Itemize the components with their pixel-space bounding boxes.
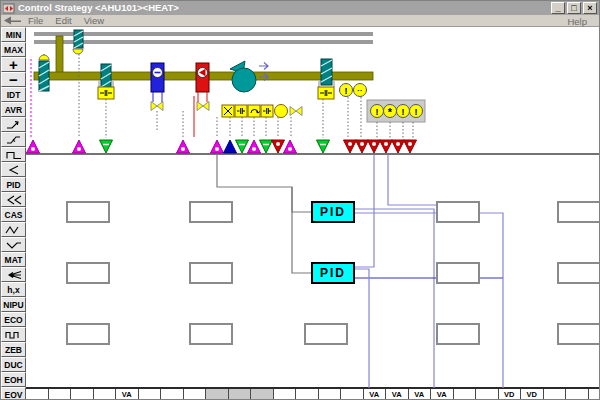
control-strategy-window: Control Strategy <AHU101><HEAT> _ □ × Fi…: [0, 0, 600, 400]
toolbar-button-zoom-out[interactable]: −: [1, 72, 26, 87]
io-cell[interactable]: [476, 389, 499, 400]
menu-file[interactable]: File: [28, 15, 43, 26]
io-cell[interactable]: [296, 389, 319, 400]
io-cell[interactable]: [566, 389, 589, 400]
ramp-icon: [5, 119, 23, 131]
toolbar-button-eoh[interactable]: EOH: [1, 372, 26, 387]
sawtooth-icon: [5, 239, 23, 251]
io-cell[interactable]: [341, 389, 364, 400]
toolbar-button-min[interactable]: MIN: [1, 27, 26, 42]
app-icon: [3, 3, 15, 14]
io-cell[interactable]: [94, 389, 117, 400]
step-icon: [5, 149, 23, 161]
toolbar-button-compare[interactable]: [1, 162, 26, 177]
hysteresis-icon: [5, 134, 23, 146]
double-chevron-left-icon: [5, 194, 23, 206]
io-cell[interactable]: [589, 389, 600, 400]
chevron-left-icon: [5, 164, 23, 176]
io-cell[interactable]: [274, 389, 297, 400]
restore-button[interactable]: □: [567, 2, 581, 14]
window-title: Control Strategy <AHU101><HEAT>: [18, 2, 551, 14]
io-cell[interactable]: [139, 389, 162, 400]
toolbar-button-eov[interactable]: EOV: [1, 387, 26, 400]
io-reference-strip: VAVAVAVAVAVDVD: [26, 387, 600, 400]
toolbar-button-mat[interactable]: MAT: [1, 252, 26, 267]
toolbar-button-hysteresis[interactable]: [1, 132, 26, 147]
menu-bar: FileEditView Help: [1, 15, 600, 27]
io-cell[interactable]: [71, 389, 94, 400]
io-cell[interactable]: [26, 389, 49, 400]
io-cell[interactable]: [49, 389, 72, 400]
io-cell[interactable]: VA: [386, 389, 409, 400]
toolbar-button-idt[interactable]: IDT: [1, 87, 26, 102]
window-controls: _ □ ×: [551, 2, 597, 14]
toolbar-button-max[interactable]: MAX: [1, 42, 26, 57]
toolbar-button-ramp[interactable]: [1, 117, 26, 132]
io-cell[interactable]: [229, 389, 252, 400]
toolbar-button-triangle-wave[interactable]: [1, 222, 26, 237]
toolbar-button-sawtooth[interactable]: [1, 237, 26, 252]
toolbar-button-zoom-in[interactable]: +: [1, 57, 26, 72]
toolbar-button-hx[interactable]: h,x: [1, 282, 26, 297]
fan-out-icon: [5, 269, 23, 281]
title-bar: Control Strategy <AHU101><HEAT> _ □ ×: [1, 1, 600, 15]
menu-edit[interactable]: Edit: [55, 15, 71, 26]
menu-help[interactable]: Help: [567, 16, 587, 27]
io-cell[interactable]: [319, 389, 342, 400]
io-cell[interactable]: [454, 389, 477, 400]
io-cell[interactable]: VA: [116, 389, 139, 400]
toolbar-button-step[interactable]: [1, 147, 26, 162]
toolbar-button-avr[interactable]: AVR: [1, 102, 26, 117]
toolbar-button-zeb[interactable]: ZEB: [1, 342, 26, 357]
function-toolbar: MINMAX+−IDTAVRPIDCASMATh,xNIPUECOZEBDUCE…: [1, 27, 26, 400]
io-cell[interactable]: VA: [431, 389, 454, 400]
io-cell[interactable]: [544, 389, 567, 400]
strategy-canvas[interactable]: [26, 27, 600, 400]
io-cell[interactable]: VA: [364, 389, 387, 400]
pulse-icon: [5, 329, 23, 341]
toolbar-button-eco[interactable]: ECO: [1, 312, 26, 327]
menu-view[interactable]: View: [84, 15, 104, 26]
toolbar-button-pulse[interactable]: [1, 327, 26, 342]
toolbar-button-duc[interactable]: DUC: [1, 357, 26, 372]
minimize-button[interactable]: _: [551, 2, 565, 14]
io-cell[interactable]: VD: [521, 389, 544, 400]
close-button[interactable]: ×: [583, 2, 597, 14]
io-cell[interactable]: [251, 389, 274, 400]
toolbar-button-cas[interactable]: CAS: [1, 207, 26, 222]
back-arrow-icon[interactable]: [3, 15, 23, 26]
toolbar-button-pid[interactable]: PID: [1, 177, 26, 192]
toolbar-button-nipu[interactable]: NIPU: [1, 297, 26, 312]
toolbar-button-fan-out[interactable]: [1, 267, 26, 282]
io-cell[interactable]: [184, 389, 207, 400]
io-cell[interactable]: VA: [409, 389, 432, 400]
io-cell[interactable]: VD: [499, 389, 522, 400]
io-cell[interactable]: [161, 389, 184, 400]
triangle-wave-icon: [5, 224, 23, 236]
toolbar-button-shift[interactable]: [1, 192, 26, 207]
io-cell[interactable]: [206, 389, 229, 400]
